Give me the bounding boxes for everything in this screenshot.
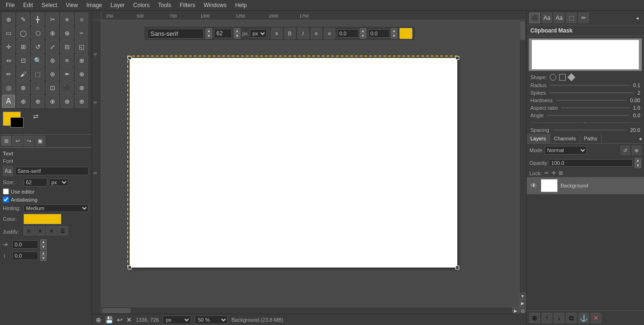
offset-x-input[interactable] — [337, 29, 359, 38]
menu-filters[interactable]: Filters — [176, 1, 199, 9]
v-scroll-down[interactable]: ▼ — [519, 292, 526, 300]
panel-collapse-btn[interactable]: ◂ — [634, 14, 641, 22]
indent-down-btn[interactable]: ▼ — [40, 244, 47, 250]
justify-center-btn[interactable]: ≡ — [46, 226, 57, 236]
background-color-swatch[interactable] — [10, 117, 24, 128]
tool-eraser[interactable]: ⬚ — [31, 67, 44, 81]
canvas-scroll[interactable]: -5 5 5 — [92, 20, 526, 314]
menu-image[interactable]: Image — [83, 1, 106, 9]
tab-paths[interactable]: Paths — [580, 134, 602, 143]
offset-y-up[interactable]: ▲ — [391, 28, 397, 33]
layer-visibility-toggle[interactable]: 👁 — [529, 181, 538, 190]
size-unit-select[interactable]: px pt mm — [49, 179, 68, 186]
offset-x-up[interactable]: ▲ — [360, 28, 366, 33]
tool-airbrush[interactable]: ⊛ — [46, 67, 59, 81]
h-scrollbar-thumb[interactable] — [102, 308, 131, 313]
spikes-slider[interactable] — [550, 92, 634, 93]
brush-tab-icon4[interactable]: ⬚ — [566, 13, 577, 23]
h-scroll-right[interactable]: ▶ — [512, 307, 519, 314]
offset-y-input[interactable] — [368, 29, 390, 38]
tool-text[interactable]: A — [2, 95, 15, 108]
tool-clone-stamp[interactable]: ⊕ — [60, 13, 74, 26]
text-align2-btn[interactable]: ≡ — [311, 28, 322, 39]
tool-extra2[interactable]: ⊛ — [46, 54, 59, 67]
lock-pixels-icon[interactable]: ✏ — [545, 170, 549, 176]
opacity-input[interactable] — [549, 159, 633, 167]
spacing-slider[interactable] — [553, 130, 627, 130]
text-align-btn[interactable]: ≡ — [271, 28, 282, 39]
text-color-swatch[interactable] — [24, 214, 61, 224]
hinting-select[interactable]: Medium None Slight Full — [24, 204, 89, 212]
tool-options-tab[interactable]: ⊞ — [1, 136, 11, 146]
h-scroll-corner[interactable]: ⊡ — [519, 307, 526, 314]
menu-view[interactable]: View — [62, 1, 82, 9]
status-icon-save[interactable]: 💾 — [105, 316, 113, 324]
line-spacing-input[interactable] — [12, 252, 38, 260]
tool-zoom[interactable]: 🔍 — [31, 54, 44, 67]
status-icon-new[interactable]: ⊕ — [96, 316, 101, 324]
tool-shear[interactable]: ⊟ — [60, 40, 74, 53]
tool-rotate[interactable]: ↺ — [31, 40, 44, 53]
opacity-up[interactable]: ▲ — [635, 158, 641, 163]
text-italic-btn[interactable]: I — [297, 28, 309, 39]
tool-extra5[interactable]: ⊕ — [17, 95, 30, 108]
tool-paths[interactable]: ✎ — [17, 13, 30, 26]
offset-x-down[interactable]: ▼ — [360, 33, 366, 39]
indent-spinner[interactable]: ▲ ▼ — [40, 239, 47, 250]
zoom-select-status[interactable]: 50 %100 %25 % — [195, 316, 228, 324]
lock-alpha-icon[interactable]: ⊞ — [559, 170, 563, 176]
font-size-down[interactable]: ▼ — [234, 33, 240, 39]
shape-diamond[interactable] — [567, 73, 575, 81]
layer-item-background[interactable]: 👁 Background — [527, 177, 644, 195]
tool-crop[interactable]: ⊡ — [17, 54, 30, 67]
font-size-input[interactable] — [24, 178, 47, 187]
menu-windows[interactable]: Windows — [200, 1, 231, 9]
antialiasing-checkbox[interactable]: Antialiasing — [3, 196, 37, 203]
line-spacing-up-btn[interactable]: ▲ — [40, 251, 47, 256]
tool-iscissors[interactable]: ✂ — [75, 26, 88, 40]
anchor-layer-btn[interactable]: ⚓ — [578, 313, 589, 323]
new-layer-btn[interactable]: ⊕ — [529, 313, 540, 323]
delete-layer-btn[interactable]: ✕ — [591, 313, 601, 323]
tool-heal[interactable]: ⊕ — [75, 67, 88, 81]
canvas-white[interactable] — [130, 58, 457, 268]
tool-measure[interactable]: ╋ — [31, 13, 44, 26]
tool-pencil[interactable]: ✏ — [2, 67, 15, 81]
text-color-btn-toolbar[interactable] — [399, 28, 413, 39]
font-size-input-toolbar[interactable] — [214, 29, 232, 38]
line-spacing-spinner[interactable]: ▲ ▼ — [40, 251, 47, 261]
menu-layer[interactable]: Layer — [107, 1, 129, 9]
handle-tl[interactable] — [128, 56, 132, 60]
tool-extra3[interactable]: ≡ — [60, 54, 74, 67]
brush-tab-icon1[interactable]: ⬛ — [529, 13, 540, 23]
indent-up-btn[interactable]: ▲ — [40, 239, 47, 244]
images-tab[interactable]: ▣ — [35, 136, 45, 146]
hardness-slider[interactable] — [556, 100, 627, 101]
justify-left-btn[interactable]: ≡ — [24, 226, 34, 236]
tool-extra6[interactable]: ⊕ — [31, 95, 44, 108]
tool-ink[interactable]: ✒ — [60, 67, 74, 81]
layers-tab-expand[interactable]: ◂ — [636, 134, 644, 143]
tool-color-picker[interactable]: ⊕ — [75, 81, 88, 94]
lock-position-icon[interactable]: ✛ — [552, 170, 556, 176]
menu-file[interactable]: File — [2, 1, 18, 9]
opacity-extra-btn[interactable]: ⊕ — [632, 146, 641, 155]
menu-edit[interactable]: Edit — [19, 1, 37, 9]
tool-paintbrush[interactable]: 🖌 — [17, 67, 30, 81]
raise-layer-btn[interactable]: ↑ — [542, 313, 552, 323]
menu-help[interactable]: Help — [231, 1, 251, 9]
tool-bucket-fill[interactable]: ⊡ — [46, 81, 59, 94]
lower-layer-btn[interactable]: ↓ — [554, 313, 564, 323]
text-bold-btn[interactable]: B — [284, 28, 296, 39]
tool-extra7[interactable]: ⊕ — [46, 95, 59, 108]
tool-free-select[interactable]: ⬡ — [31, 26, 44, 40]
status-icon-undo[interactable]: ↩ — [117, 316, 123, 324]
font-name-input[interactable] — [15, 167, 89, 175]
unit-select-toolbar[interactable]: pxpt — [250, 29, 267, 38]
tool-scale[interactable]: ⤢ — [46, 40, 59, 53]
tool-rect-select[interactable]: ▭ — [2, 26, 15, 40]
handle-bl[interactable] — [128, 266, 132, 269]
aspect-ratio-slider[interactable] — [561, 107, 629, 108]
tool-move[interactable]: ✛ — [2, 40, 15, 53]
angle-slider[interactable] — [547, 115, 629, 116]
